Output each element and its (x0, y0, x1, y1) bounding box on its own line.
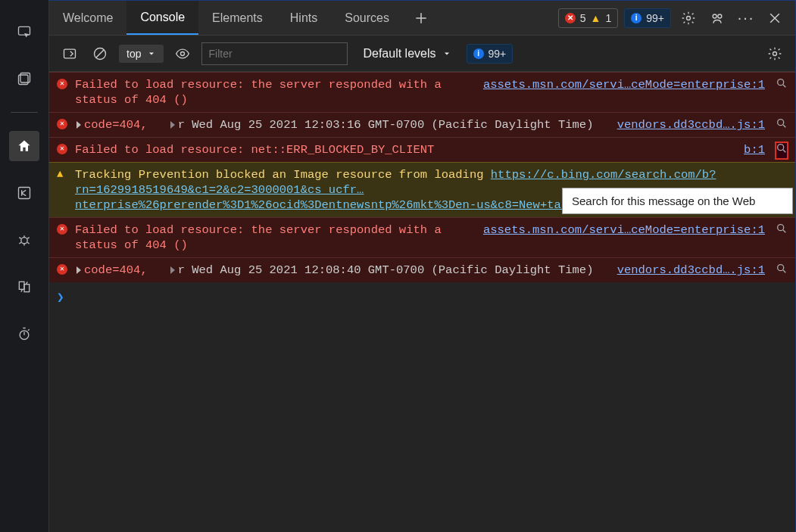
console-message: ✕ Failed to load resource: the server re… (49, 72, 795, 112)
message-source-link[interactable]: assets.msn.com/servi…ceMode=enterprise:1 (483, 222, 765, 238)
error-dot-icon: ✕ (565, 13, 576, 23)
divider (11, 112, 38, 113)
warning-count: 1 (605, 12, 611, 24)
toolbar-issues[interactable]: i 99+ (467, 44, 513, 64)
issues-count: 99+ (646, 12, 664, 24)
context-selector[interactable]: top (119, 45, 164, 63)
svg-rect-11 (64, 49, 76, 58)
expand-caret-icon[interactable] (170, 266, 175, 274)
tab-hints[interactable]: Hints (276, 1, 331, 35)
filter-input[interactable] (201, 42, 348, 65)
extensions-icon[interactable] (9, 178, 39, 208)
console-message: ✕ Failed to load resource: the server re… (49, 217, 795, 257)
svg-point-10 (718, 14, 722, 18)
expand-caret-icon[interactable] (76, 121, 81, 129)
code-text: code=404, (84, 263, 148, 277)
svg-point-19 (778, 265, 784, 271)
svg-point-15 (778, 79, 784, 86)
svg-rect-0 (19, 26, 30, 35)
svg-point-8 (687, 16, 691, 20)
tail-prefix: r (178, 263, 185, 277)
inspect-icon[interactable] (9, 17, 39, 47)
console-toolbar: top Default levels i 99+ (49, 36, 795, 72)
svg-point-16 (778, 120, 784, 126)
search-message-icon[interactable] (776, 117, 788, 134)
timer-icon[interactable] (9, 319, 39, 349)
activity-bar (0, 0, 48, 532)
warning-triangle-icon: ▲ (57, 169, 63, 179)
console-settings-icon[interactable] (763, 42, 786, 65)
error-dot-icon: ✕ (57, 144, 67, 154)
tail-prefix: r (178, 118, 185, 132)
svg-rect-5 (19, 282, 24, 289)
settings-gear-icon[interactable] (677, 7, 700, 30)
svg-rect-6 (24, 285, 30, 292)
error-count: 5 (580, 12, 586, 24)
message-source-link[interactable]: vendors.dd3ccbd….js:1 (617, 263, 765, 278)
search-message-icon[interactable] (776, 263, 788, 279)
timestamp-text: Wed Aug 25 2021 12:08:40 GMT-0700 (Pacif… (192, 263, 593, 277)
chevron-right-icon: ❯ (57, 291, 64, 305)
devtools-main: Welcome Console Elements Hints Sources ✕… (48, 0, 796, 532)
send-feedback-icon[interactable] (706, 7, 729, 30)
search-message-icon[interactable] (776, 222, 788, 239)
clear-console-icon[interactable] (89, 42, 111, 65)
message-source-link[interactable]: b:1 (744, 142, 765, 157)
console-messages: ✕ Failed to load resource: the server re… (49, 72, 795, 532)
message-source-link[interactable]: vendors.dd3ccbd….js:1 (617, 117, 765, 132)
live-expression-icon[interactable] (171, 42, 194, 65)
issues-summary[interactable]: i 99+ (624, 8, 671, 28)
tab-welcome[interactable]: Welcome (49, 1, 126, 35)
3d-view-icon[interactable] (9, 64, 39, 94)
more-menu-icon[interactable]: ··· (735, 7, 757, 30)
tab-console[interactable]: Console (126, 1, 198, 35)
console-prompt[interactable]: ❯ (49, 282, 795, 313)
svg-point-4 (21, 238, 27, 244)
tab-sources[interactable]: Sources (331, 1, 403, 35)
svg-rect-3 (19, 188, 30, 199)
svg-point-13 (181, 51, 185, 55)
warning-triangle-icon: ▲ (591, 13, 601, 23)
error-dot-icon: ✕ (57, 264, 67, 275)
message-text: Failed to load resource: net::ERR_BLOCKE… (75, 142, 738, 157)
error-dot-icon: ✕ (57, 119, 67, 129)
message-text: Failed to load resource: the server resp… (75, 77, 477, 107)
tab-elements[interactable]: Elements (198, 1, 276, 35)
tabstrip-right: ✕ 5 ▲ 1 i 99+ ··· (558, 1, 795, 35)
info-dot-icon: i (631, 13, 641, 23)
message-source-link[interactable]: assets.msn.com/servi…ceMode=enterprise:1 (483, 77, 765, 92)
message-text: code=404, r Wed Aug 25 2021 12:03:16 GMT… (75, 117, 611, 132)
error-dot-icon: ✕ (57, 224, 67, 235)
layers-icon[interactable] (9, 272, 39, 302)
svg-point-9 (713, 14, 716, 18)
svg-point-17 (778, 145, 784, 151)
expand-caret-icon[interactable] (170, 121, 175, 129)
home-icon[interactable] (9, 131, 39, 161)
message-text: code=404, r Wed Aug 25 2021 12:08:40 GMT… (75, 263, 611, 278)
tab-strip: Welcome Console Elements Hints Sources ✕… (49, 1, 795, 36)
info-dot-icon: i (473, 48, 484, 59)
code-text: code=404, (84, 118, 148, 132)
console-message: ✕ code=404, r Wed Aug 25 2021 12:03:16 G… (49, 112, 795, 137)
levels-label: Default levels (363, 47, 435, 61)
toolbar-issues-count: 99+ (489, 48, 507, 60)
search-message-icon[interactable] (776, 142, 788, 159)
console-message: ✕ code=404, r Wed Aug 25 2021 12:08:40 G… (49, 257, 795, 282)
search-tooltip: Search for this message on the Web (562, 188, 793, 214)
add-tab-button[interactable] (403, 1, 439, 35)
search-message-icon[interactable] (776, 77, 788, 94)
expand-caret-icon[interactable] (76, 266, 81, 274)
close-devtools-icon[interactable] (763, 7, 786, 30)
toggle-sidebar-icon[interactable] (58, 42, 81, 65)
bug-icon[interactable] (9, 225, 39, 255)
svg-point-14 (773, 51, 777, 55)
error-warning-summary[interactable]: ✕ 5 ▲ 1 (558, 8, 618, 28)
timestamp-text: Wed Aug 25 2021 12:03:16 GMT-0700 (Pacif… (192, 118, 593, 132)
warn-prefix: Tracking Prevention blocked an Image res… (75, 168, 491, 182)
message-text: Failed to load resource: the server resp… (75, 222, 477, 253)
svg-point-18 (778, 225, 784, 231)
error-dot-icon: ✕ (57, 79, 67, 89)
console-message: ✕ Failed to load resource: net::ERR_BLOC… (49, 137, 795, 162)
log-levels-selector[interactable]: Default levels (355, 44, 458, 64)
context-label: top (126, 48, 141, 60)
